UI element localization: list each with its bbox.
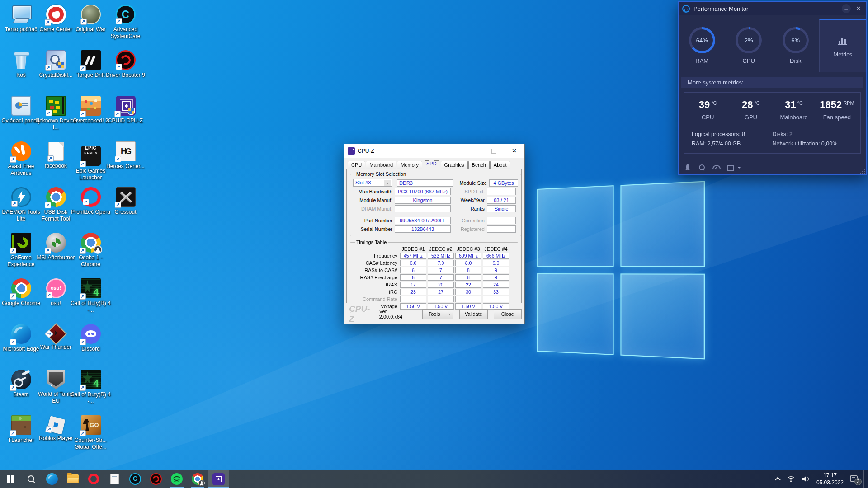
desktop-icon-heroes[interactable]: Heroes Gener... bbox=[108, 141, 143, 170]
desktop-icon-recycle-bin[interactable]: Koš bbox=[4, 50, 38, 79]
pm-titlebar[interactable]: Performance Monitor bbox=[679, 2, 866, 15]
tools-dropdown-icon[interactable] bbox=[446, 309, 453, 319]
pm-gauge-disk[interactable]: 6%Disk bbox=[772, 19, 819, 72]
desktop-icon-original-war[interactable]: Original War bbox=[73, 5, 108, 33]
shortcut-arrow-icon bbox=[80, 248, 86, 254]
taskbar-driver-booster[interactable] bbox=[146, 470, 166, 488]
memory-slot-select[interactable]: Slot #3 bbox=[353, 179, 392, 187]
timings-column-header: JEDEC #4 bbox=[483, 246, 509, 252]
shortcut-arrow-icon bbox=[44, 329, 53, 338]
rocket-icon[interactable] bbox=[684, 164, 691, 171]
chrome-icon bbox=[11, 278, 31, 298]
desktop-icon-doc[interactable]: facebook bbox=[38, 141, 73, 169]
tab-graphics[interactable]: Graphics bbox=[441, 161, 468, 169]
shortcut-arrow-icon bbox=[45, 202, 51, 208]
tab-mainboard[interactable]: Mainboard bbox=[366, 161, 396, 169]
hidden-icons-chevron-icon[interactable] bbox=[772, 470, 783, 488]
desktop-icon-cod4[interactable]: Call of Duty(R) 4 -... bbox=[73, 370, 108, 404]
taskbar-spotify[interactable] bbox=[166, 470, 187, 488]
desktop-icon-war-thunder[interactable]: War Thunder bbox=[38, 324, 73, 351]
taskbar-cpuz[interactable] bbox=[208, 470, 229, 488]
desktop-icon-unknown-device[interactable]: Unknown Device I... bbox=[38, 96, 73, 131]
shortcut-arrow-icon bbox=[116, 18, 122, 24]
desktop-icon-geforce[interactable]: GeForce Experience bbox=[4, 233, 38, 267]
desktop-icon-control-panel[interactable]: Ovládací panely bbox=[4, 96, 38, 124]
desktop-icon-roblox[interactable]: Roblox Player bbox=[38, 415, 73, 442]
desktop-icon-crystaldisk[interactable]: CrystalDiskI... bbox=[38, 50, 73, 79]
tab-spd[interactable]: SPD bbox=[423, 160, 440, 169]
tab-cpu[interactable]: CPU bbox=[348, 161, 365, 169]
geforce-icon bbox=[11, 233, 31, 253]
taskbar-search[interactable] bbox=[21, 470, 42, 488]
desktop-icon-chrome[interactable]: USB Disk Format Tool bbox=[38, 187, 73, 222]
pm-gauge-cpu[interactable]: 2%CPU bbox=[726, 19, 773, 72]
desktop-icon-avast[interactable]: Avast Free Antivirus bbox=[4, 141, 38, 176]
csgo-icon bbox=[81, 415, 101, 435]
timings-cell: 8 bbox=[455, 274, 481, 281]
desktop-icon-this-pc[interactable]: Tento počítač bbox=[4, 5, 38, 33]
action-center-icon[interactable]: 3 bbox=[846, 470, 862, 488]
sensor-fan-speed: 1852RPMFan speed bbox=[816, 99, 859, 121]
desktop-icon-csgo[interactable]: Counter-Str... Global Offe... bbox=[73, 415, 108, 450]
taskbar-clock[interactable]: 17:17 05.03.2022 bbox=[814, 470, 846, 488]
pm-info-column: Disks: 2Network utilization: 0,00% bbox=[773, 128, 854, 147]
desktop-icon-msi[interactable]: MSI Afterburner bbox=[38, 233, 73, 261]
desktop-icon-cpuz[interactable]: CPUID CPU-Z bbox=[108, 96, 143, 124]
field-value: 132B6443 bbox=[395, 225, 451, 233]
search-icon[interactable] bbox=[698, 164, 705, 171]
desktop-icon-systemcare[interactable]: Advanced SystemCare bbox=[108, 5, 143, 39]
taskbar-edge[interactable] bbox=[42, 470, 62, 488]
taskbar-start[interactable] bbox=[0, 470, 21, 488]
desktop-icon-wot[interactable]: World of Tanks EU bbox=[38, 370, 73, 404]
show-desktop-button[interactable] bbox=[863, 470, 866, 488]
cpuz-titlebar[interactable]: CPU-Z bbox=[344, 144, 524, 158]
desktop-icon-chrome[interactable]: Osoba 1 - Chrome bbox=[73, 233, 108, 267]
desktop-icon-label: Advanced SystemCare bbox=[105, 26, 146, 39]
close-button[interactable]: Close bbox=[494, 309, 522, 319]
desktop-icon-discord[interactable]: Discord bbox=[73, 324, 108, 352]
field-label: Module Manuf. bbox=[353, 197, 395, 203]
resize-grip[interactable] bbox=[860, 169, 865, 174]
taskbar-opera[interactable] bbox=[83, 470, 104, 488]
desktop-icon-osu[interactable]: osu! bbox=[38, 278, 73, 307]
system-tray: 17:17 05.03.2022 3 bbox=[772, 470, 868, 488]
desktop-icon-driver-booster[interactable]: Driver Booster 9 bbox=[108, 50, 143, 79]
taskbar-explorer[interactable] bbox=[62, 470, 83, 488]
desktop-icon-steam[interactable]: Steam bbox=[4, 370, 38, 398]
desktop-icon-crossout[interactable]: Crossout bbox=[108, 187, 143, 216]
tab-about[interactable]: About bbox=[490, 161, 510, 169]
close-icon[interactable] bbox=[854, 4, 863, 13]
pm-gauge-ram[interactable]: 64%RAM bbox=[679, 19, 726, 72]
gauge-icon[interactable] bbox=[712, 164, 719, 171]
discord-icon bbox=[81, 324, 101, 344]
field-value: Single bbox=[487, 205, 516, 212]
desktop-icon-opera[interactable]: Prohlížeč Opera bbox=[73, 187, 108, 216]
desktop-icon-game-center[interactable]: Game Center bbox=[38, 5, 73, 33]
tab-metrics[interactable]: Metrics bbox=[819, 19, 867, 72]
desktop-icon-epic[interactable]: Epic Games Launcher bbox=[73, 141, 108, 181]
tab-memory[interactable]: Memory bbox=[397, 161, 422, 169]
back-icon[interactable] bbox=[842, 4, 851, 13]
desktop-icon-daemon[interactable]: DAEMON Tools Lite bbox=[4, 187, 38, 222]
spd-row: Max BandwidthPC3-10700 (667 MHz)SPD Ext. bbox=[353, 188, 518, 195]
desktop-icon-tlauncher[interactable]: TLauncher bbox=[4, 415, 38, 444]
taskbar-notepad[interactable] bbox=[104, 470, 125, 488]
crop-icon[interactable] bbox=[726, 164, 733, 171]
taskbar-systemcare[interactable] bbox=[125, 470, 146, 488]
taskbar-chrome-profile[interactable] bbox=[187, 470, 208, 488]
systemcare-icon bbox=[116, 5, 136, 24]
timings-cell: 9 bbox=[483, 267, 509, 273]
desktop-icon-chrome[interactable]: Google Chrome bbox=[4, 278, 38, 307]
desktop-icon-torque-drift[interactable]: Torque Drift bbox=[73, 50, 108, 79]
desktop-icon-edge[interactable]: Microsoft Edge bbox=[4, 324, 38, 352]
close-icon[interactable] bbox=[504, 144, 524, 158]
volume-icon[interactable] bbox=[798, 470, 814, 488]
validate-button[interactable]: Validate bbox=[459, 309, 487, 319]
desktop-icon-cod4[interactable]: Call of Duty(R) 4 -... bbox=[73, 278, 108, 313]
chevron-down-icon[interactable] bbox=[737, 167, 741, 170]
wifi-icon[interactable] bbox=[783, 470, 798, 488]
tools-button[interactable]: Tools bbox=[422, 309, 446, 319]
tab-bench[interactable]: Bench bbox=[468, 161, 490, 169]
desktop-icon-overcooked[interactable]: Overcooked! 2 bbox=[73, 96, 108, 124]
minimize-icon[interactable] bbox=[463, 144, 484, 158]
